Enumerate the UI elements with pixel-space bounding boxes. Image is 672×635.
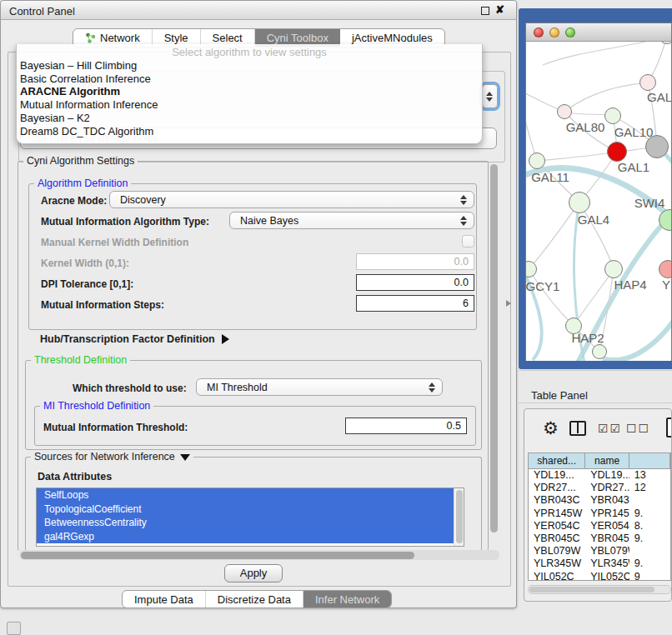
node-label: GAL (647, 90, 671, 104)
network-node-hap4[interactable] (604, 260, 623, 278)
network-window-titlebar[interactable] (526, 23, 671, 42)
table-row[interactable]: YBR045CYBR045C9. (529, 532, 670, 545)
network-node-gal[interactable] (639, 74, 656, 91)
network-node[interactable] (645, 135, 669, 158)
algorithm-option[interactable]: ARACNE Algorithm (17, 85, 482, 98)
table-cell: 9. (629, 508, 670, 520)
which-threshold-combo[interactable]: MI Threshold (196, 378, 443, 396)
mi-type-label: Mutual Information Algorithm Type: (41, 216, 209, 228)
algorithm-definition-group: Algorithm Definition Aracne Mode: Discov… (28, 183, 477, 330)
table-panel-title: Table Panel (531, 389, 588, 402)
dpi-tolerance-input[interactable]: 0.0 (356, 274, 474, 291)
table-cell: 13 (629, 469, 670, 482)
select-all-columns-icon[interactable]: ☑☑ (598, 422, 622, 435)
combo-arrows-icon (460, 216, 467, 226)
network-node-gal11[interactable] (529, 152, 545, 169)
table-cell: 9. (629, 558, 670, 570)
minimize-traffic-light-icon[interactable] (549, 28, 559, 38)
table-cell: YDL19... (529, 469, 585, 482)
mi-threshold-definition-legend: MI Threshold Definition (40, 400, 153, 412)
table-horizontal-scrollbar[interactable] (528, 585, 671, 594)
column-header[interactable] (629, 453, 670, 469)
tab-impute-data[interactable]: Impute Data (123, 591, 206, 608)
algorithm-option[interactable]: Mutual Information Inference (17, 98, 482, 112)
tab-label: jActiveMNodules (352, 32, 433, 44)
close-icon[interactable]: ✘ (495, 3, 504, 16)
attr-list-scrollbar[interactable] (454, 488, 464, 546)
node-table[interactable]: shared...nameYDL19...YDL19...13YDR27...Y… (528, 452, 671, 581)
window-title: Control Panel (9, 5, 75, 18)
algorithm-dropdown-popup: Select algorithm to view settingsBayesia… (16, 44, 483, 144)
collapse-down-icon (180, 454, 190, 461)
node-label: Y (662, 278, 670, 292)
kernel-width-input[interactable]: 0.0 (356, 253, 474, 270)
network-node[interactable] (592, 344, 607, 359)
columns-icon[interactable] (569, 421, 586, 436)
hub-definition-toggle[interactable]: Hub/Transcription Factor Definition (40, 333, 229, 345)
algorithm-option[interactable]: Bayesian – Hill Climbing (17, 59, 482, 72)
close-traffic-light-icon[interactable] (534, 28, 544, 38)
attribute-item[interactable]: TopologicalCoefficient (37, 502, 454, 517)
table-row[interactable]: YDR27...YDR27...12 (529, 482, 670, 494)
table-row[interactable]: YIL052CYIL052C9 (529, 571, 670, 582)
manual-kernel-label: Manual Kernel Width Definition (41, 237, 188, 248)
column-header[interactable]: shared... (529, 453, 585, 469)
document-icon[interactable] (666, 418, 672, 438)
sources-legend-label: Sources for Network Inference (34, 451, 175, 462)
hub-definition-label: Hub/Transcription Factor Definition (40, 333, 215, 345)
network-node-y[interactable] (659, 260, 671, 278)
algorithm-combo-button[interactable] (482, 84, 498, 108)
table-row[interactable]: YPR145WYPR145W9. (529, 508, 670, 520)
minimized-panel-icon[interactable] (7, 622, 21, 635)
table-cell (629, 545, 670, 558)
mi-steps-input[interactable]: 6 (356, 295, 474, 312)
mi-threshold-definition-group: MI Threshold Definition Mutual Informati… (34, 406, 476, 446)
network-window: GALGAL80GAL10GAL1GAL11SWI4GAL4GCY1HAP4YH… (525, 22, 672, 361)
settings-horizontal-scrollbar[interactable] (19, 550, 499, 560)
network-node-gal10[interactable] (604, 108, 621, 124)
tab-discretize-data[interactable]: Discretize Data (206, 591, 303, 608)
network-node-gal80[interactable] (557, 104, 572, 119)
tab-label: Cyni Toolbox (267, 32, 328, 44)
zoom-traffic-light-icon[interactable] (565, 28, 575, 38)
network-node-gal4[interactable] (569, 192, 590, 213)
apply-button[interactable]: Apply (224, 564, 283, 582)
node-label: HAP4 (614, 278, 646, 292)
table-row[interactable]: YBL079WYBL079W (529, 545, 670, 558)
table-cell: YIL052C (585, 571, 629, 582)
attribute-item[interactable]: SelfLoops (37, 488, 454, 502)
settings-vertical-scrollbar[interactable] (489, 162, 499, 551)
table-cell: 8. (629, 520, 670, 532)
tab-infer-network[interactable]: Infer Network (303, 591, 391, 608)
column-header[interactable]: name (585, 453, 629, 469)
gear-icon[interactable]: ⚙ (543, 418, 559, 438)
sources-legend[interactable]: Sources for Network Inference (31, 451, 193, 462)
algorithm-option[interactable]: Bayesian – K2 (17, 112, 482, 125)
dpi-tolerance-label: DPI Tolerance [0,1]: (41, 278, 133, 290)
table-row[interactable]: YER054CYER054C8. (529, 520, 670, 532)
tab-label: Discretize Data (218, 593, 291, 606)
table-row[interactable]: YLR345WYLR345W9. (529, 558, 670, 570)
network-canvas[interactable]: GALGAL80GAL10GAL1GAL11SWI4GAL4GCY1HAP4YH… (526, 42, 671, 361)
attribute-item[interactable]: BetweennessCentrality (37, 516, 454, 530)
mi-type-combo[interactable]: Naive Bayes (229, 212, 474, 229)
table-row[interactable]: YDL19...YDL19...13 (529, 469, 670, 482)
table-cell: YBR043C (529, 494, 585, 507)
mi-threshold-input[interactable]: 0.5 (345, 418, 467, 434)
node-label: GAL11 (531, 170, 569, 184)
float-window-icon[interactable] (481, 7, 489, 15)
data-attributes-list[interactable]: SelfLoopsTopologicalCoefficientBetweenne… (36, 488, 464, 547)
network-node-gal1[interactable] (607, 142, 627, 162)
table-cell: 12 (629, 482, 670, 494)
splitter-collapse-icon[interactable] (506, 300, 511, 307)
deselect-all-columns-icon[interactable]: ☐☐ (626, 422, 650, 435)
control-panel-titlebar[interactable]: Control Panel ✘ (1, 1, 516, 20)
manual-kernel-checkbox[interactable] (462, 235, 474, 248)
table-cell: YBR045C (529, 532, 585, 545)
algorithm-option[interactable]: Basic Correlation Inference (17, 72, 482, 86)
table-row[interactable]: YBR043CYBR043C (529, 494, 670, 507)
threshold-definition-group: Threshold Definition Which threshold to … (25, 360, 482, 450)
aracne-mode-combo[interactable]: Discovery (109, 191, 474, 208)
algorithm-option[interactable]: Dream8 DC_TDC Algorithm (17, 125, 482, 138)
attribute-item[interactable]: gal4RGexp (37, 530, 454, 544)
